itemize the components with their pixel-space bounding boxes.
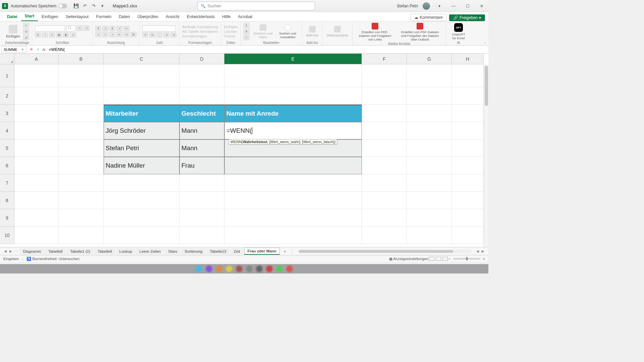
enter-formula-icon[interactable]: ✓ (35, 47, 41, 53)
cell-styles-button[interactable]: Formatvorlagen (182, 34, 218, 38)
cancel-formula-icon[interactable]: ✕ (28, 47, 34, 53)
view-pagebreak-icon[interactable] (442, 257, 448, 261)
grow-font-icon[interactable]: A (76, 25, 83, 31)
sheet-tab-lookup[interactable]: Lookup (116, 248, 136, 255)
format-table-button[interactable]: Als Tabelle formatieren (182, 29, 218, 34)
align-top-icon[interactable]: ⬆ (95, 26, 101, 31)
sheet-tab-tabelle6[interactable]: Tabelle6 (45, 248, 66, 255)
sheet-tab-leere-zeilen[interactable]: Leere Zeilen (136, 248, 164, 255)
undo-icon[interactable]: ↶ (82, 3, 88, 9)
taskbar-app-icon[interactable] (236, 265, 243, 272)
tab-home[interactable]: Start (21, 12, 38, 21)
taskbar-app-icon[interactable] (206, 265, 212, 272)
accessibility-status[interactable]: ♿ Barrierefreiheit: Untersuchen (26, 257, 79, 261)
comma-icon[interactable]: , (156, 32, 162, 38)
align-left-icon[interactable]: ≡ (95, 32, 101, 37)
column-headers[interactable]: A B C D E F G H (14, 54, 484, 64)
cell-e6[interactable] (224, 157, 362, 174)
col-header-e[interactable]: E (224, 54, 362, 64)
paste-button[interactable]: Einfügen (5, 24, 21, 39)
sheet-nav-prev-icon[interactable]: ◀ (3, 249, 8, 253)
cell-c4[interactable]: Jörg Schröder (104, 122, 179, 139)
minimize-icon[interactable]: — (449, 3, 458, 9)
sort-filter-button[interactable]: Sortieren und Filtern (252, 23, 274, 40)
cell-d5[interactable]: Mann (179, 139, 224, 157)
col-header-f[interactable]: F (362, 54, 407, 64)
tab-insert[interactable]: Einfügen (38, 12, 62, 21)
col-header-a[interactable]: A (14, 54, 59, 64)
number-format-box[interactable] (142, 25, 176, 32)
autosum-icon[interactable]: Σ (244, 23, 250, 28)
cell-d4[interactable]: Mann (179, 122, 224, 139)
sheet-tab-diagramm[interactable]: Diagramm (20, 248, 44, 255)
zoom-out-icon[interactable]: − (448, 257, 450, 261)
insert-cells-button[interactable]: Einfügen (224, 25, 237, 29)
bold-icon[interactable]: B (35, 32, 41, 38)
taskbar-app-icon[interactable] (226, 265, 232, 272)
row-header-9[interactable]: 9 (0, 209, 14, 227)
view-pagelayout-icon[interactable] (436, 257, 441, 261)
cut-icon[interactable]: ✂ (23, 23, 29, 28)
font-name-box[interactable] (35, 25, 65, 32)
sheet-tab-stars[interactable]: Stars (165, 248, 181, 255)
shrink-font-icon[interactable]: A (84, 25, 90, 31)
sheet-tab-tabelle1-2[interactable]: Tabelle1 (2) (67, 248, 94, 255)
qat-more-icon[interactable]: ▾ (99, 3, 106, 9)
format-painter-icon[interactable]: 🖌 (23, 35, 29, 40)
user-name[interactable]: Stefan Petri (397, 4, 418, 8)
row-header-1[interactable]: 1 (0, 64, 14, 87)
collapse-ribbon-icon[interactable]: ⌄ (484, 40, 486, 44)
percent-icon[interactable]: % (149, 32, 155, 38)
save-icon[interactable]: 💾 (73, 3, 79, 9)
fx-icon[interactable]: fx (43, 48, 46, 52)
share-button[interactable]: 🔗 Freigeben ▾ (449, 14, 485, 21)
cell-c5[interactable]: Stefan Petri (104, 139, 179, 157)
chatgpt-button[interactable]: GPTChatGPT for Excel (449, 22, 468, 41)
user-avatar[interactable] (423, 2, 430, 10)
comments-button[interactable]: ☁ Kommentare (411, 14, 446, 21)
select-all-corner[interactable] (0, 54, 14, 64)
find-select-button[interactable]: Suchen und Auswählen (276, 23, 299, 40)
col-header-c[interactable]: C (104, 54, 179, 64)
inc-decimal-icon[interactable]: .0 (163, 32, 169, 38)
row-headers[interactable]: 1 2 3 4 5 6 7 8 9 10 (0, 64, 14, 247)
format-cells-button[interactable]: Format (224, 34, 237, 38)
clear-icon[interactable]: ◇ (244, 35, 250, 40)
autosave-toggle[interactable] (58, 4, 67, 8)
close-icon[interactable]: ✕ (477, 3, 486, 9)
merge-icon[interactable]: ⊞ (130, 32, 137, 37)
italic-icon[interactable]: I (42, 32, 48, 38)
vertical-scrollbar[interactable] (484, 64, 488, 247)
horizontal-scrollbar[interactable] (298, 250, 472, 253)
underline-icon[interactable]: U (49, 32, 55, 38)
tab-review[interactable]: Überprüfen (133, 12, 162, 21)
cell-c6[interactable]: Nadine Müller (104, 157, 179, 174)
orientation-icon[interactable]: ↗ (116, 26, 122, 31)
fill-icon[interactable]: ▼ (244, 29, 250, 34)
cond-format-button[interactable]: Bedingte Formatierung (182, 25, 218, 29)
align-mid-icon[interactable]: ≡ (102, 26, 108, 31)
zoom-slider[interactable] (453, 258, 480, 259)
cells-area[interactable]: Mitarbeiter Geschlecht Name mit Anrede J… (14, 64, 484, 247)
taskbar-app-icon[interactable] (216, 265, 222, 272)
row-header-8[interactable]: 8 (0, 192, 14, 209)
document-name[interactable]: Mappe3.xlsx (113, 3, 137, 8)
sheet-nav-next-icon[interactable]: ▶ (8, 249, 13, 253)
sheet-tab-frau-oder-mann[interactable]: Frau oder Mann (244, 248, 280, 255)
row-header-3[interactable]: 3 (0, 105, 14, 122)
align-center-icon[interactable]: ≡ (102, 32, 108, 37)
row-header-2[interactable]: 2 (0, 87, 14, 105)
search-box[interactable]: 🔍 Suchen (198, 2, 315, 10)
taskbar-app-icon[interactable] (196, 265, 202, 272)
taskbar-app-icon[interactable] (246, 265, 253, 272)
font-color-icon[interactable]: A (70, 32, 76, 38)
cell-d6[interactable]: Frau (179, 157, 224, 174)
addins-button[interactable]: Add-Ins (305, 25, 320, 38)
tab-help[interactable]: Hilfe (218, 12, 234, 21)
font-size-box[interactable]: 11 (66, 25, 75, 32)
add-sheet-icon[interactable]: + (280, 249, 289, 254)
table-header-mitarbeiter[interactable]: Mitarbeiter (104, 105, 179, 122)
indent-dec-icon[interactable]: ⇤ (116, 32, 122, 37)
taskbar-app-icon[interactable] (256, 265, 263, 272)
zoom-in-icon[interactable]: + (483, 257, 485, 261)
